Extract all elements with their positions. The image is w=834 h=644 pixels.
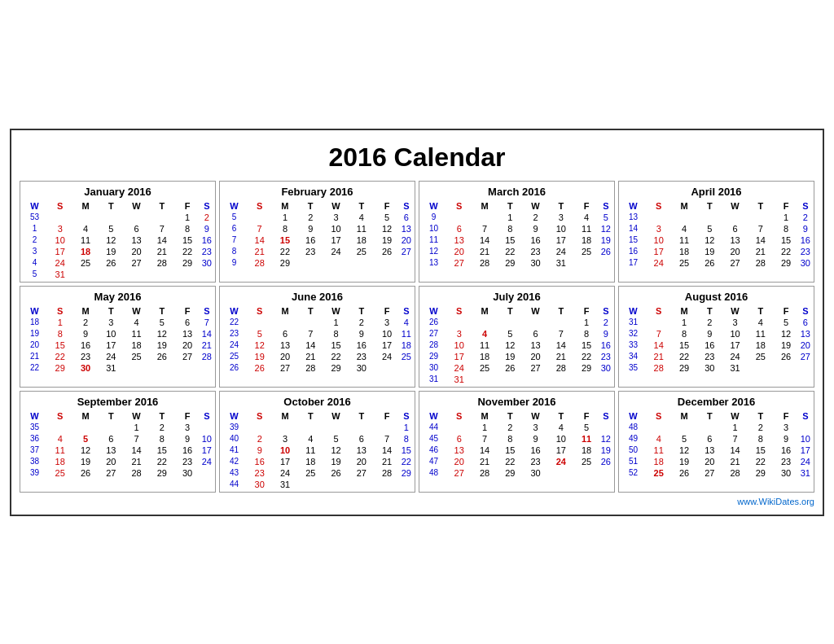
month-table: WSMTWTFS31123456327891011121333141516171… — [621, 305, 812, 374]
column-header: S — [599, 305, 612, 317]
calendar-cell: 11 — [573, 433, 599, 445]
column-header: W — [722, 410, 748, 422]
column-header: T — [548, 200, 573, 212]
calendar-cell: 21 — [22, 351, 47, 362]
calendar-cell: 25 — [748, 351, 773, 362]
calendar-cell: 13 — [523, 340, 548, 351]
calendar-cell: 15 — [748, 445, 773, 456]
month-block: May 2016WSMTWTFS181234567198910111213142… — [20, 286, 216, 388]
column-header: F — [573, 305, 599, 317]
calendar-cell: 11 — [748, 328, 773, 340]
calendar-cell: 14 — [124, 445, 149, 456]
calendar-cell: 8 — [400, 433, 413, 445]
calendar-cell: 10 — [446, 340, 472, 351]
column-header: W — [124, 200, 149, 212]
calendar-cell: 1 — [174, 212, 200, 223]
calendar-cell: 46 — [421, 445, 446, 456]
calendar-cell: 21 — [646, 351, 671, 362]
calendar-cell: 25 — [400, 351, 413, 362]
calendar-cell: 30 — [247, 479, 272, 490]
calendar-cell: 6 — [799, 317, 812, 328]
column-header: W — [222, 305, 247, 317]
calendar-cell: 24 — [446, 362, 472, 374]
column-header: S — [200, 305, 213, 317]
calendar-cell: 21 — [124, 456, 149, 467]
calendar-cell: 2 — [748, 422, 773, 433]
calendar-cell — [298, 257, 323, 269]
month-table: WSMTWTFS44123454567891011124613141516171… — [421, 410, 612, 479]
calendar-cell: 17 — [621, 257, 646, 269]
calendar-cell: 6 — [722, 223, 748, 234]
calendar-cell: 14 — [646, 340, 671, 351]
calendar-cell: 27 — [722, 257, 748, 269]
calendar-cell: 1 — [498, 212, 523, 223]
calendar-cell: 17 — [47, 246, 72, 257]
column-header: S — [47, 410, 72, 422]
calendar-cell: 5 — [697, 223, 722, 234]
calendar-cell: 27 — [99, 467, 124, 479]
column-header: M — [671, 305, 696, 317]
calendar-cell: 2 — [149, 422, 174, 433]
calendar-cell: 16 — [523, 445, 548, 456]
calendar-cell: 23 — [174, 456, 200, 467]
calendar-cell — [446, 422, 472, 433]
calendar-cell: 25 — [472, 362, 497, 374]
calendar-cell: 21 — [298, 351, 323, 362]
calendar-cell: 19 — [599, 234, 612, 246]
column-header: F — [174, 200, 200, 212]
column-header: T — [149, 305, 174, 317]
calendar-cell: 26 — [222, 362, 247, 374]
column-header: W — [722, 305, 748, 317]
calendar-cell: 35 — [621, 362, 646, 374]
calendar-cell: 45 — [421, 433, 446, 445]
calendar-cell — [646, 317, 671, 328]
calendar-cell: 41 — [222, 445, 247, 456]
calendar-cell: 1 — [671, 317, 696, 328]
calendar-cell: 2 — [200, 212, 213, 223]
calendar-cell: 5 — [72, 433, 98, 445]
calendar-cell — [548, 374, 573, 385]
calendar-cell: 19 — [247, 351, 272, 362]
calendar-cell: 13 — [174, 328, 200, 340]
calendar-cell: 9 — [523, 223, 548, 234]
month-block: June 2016WSMTWTFS22123423567891011241213… — [219, 286, 415, 388]
calendar-cell: 8 — [323, 328, 349, 340]
calendar-cell: 2 — [72, 317, 98, 328]
calendar-cell: 29 — [400, 467, 413, 479]
calendar-cell: 10 — [200, 433, 213, 445]
column-header: T — [697, 305, 722, 317]
calendar-cell: 28 — [748, 257, 773, 269]
column-header: T — [298, 410, 323, 422]
calendar-cell: 21 — [200, 340, 213, 351]
calendar-cell: 16 — [349, 340, 374, 351]
calendar-cell: 7 — [374, 433, 399, 445]
calendar-cell: 11 — [671, 234, 696, 246]
calendar-cell: 13 — [446, 234, 472, 246]
calendar-cell: 14 — [722, 445, 748, 456]
calendar-cell: 17 — [200, 445, 213, 456]
column-header: W — [421, 200, 446, 212]
month-table: WSMTWTFS35123364567891037111213141516173… — [22, 410, 213, 479]
calendar-cell: 23 — [247, 467, 272, 479]
calendar-cell — [298, 479, 323, 490]
calendar-cell: 3 — [646, 223, 671, 234]
calendar-cell — [99, 212, 124, 223]
calendar-cell: 28 — [646, 362, 671, 374]
calendar-cell — [400, 362, 413, 374]
calendar-cell: 18 — [573, 445, 599, 456]
calendar-cell: 30 — [697, 362, 722, 374]
column-header: M — [72, 305, 98, 317]
calendar-cell: 22 — [22, 362, 47, 374]
calendar-cell: 11 — [72, 234, 98, 246]
column-header: T — [748, 200, 773, 212]
column-header: T — [149, 200, 174, 212]
month-title: September 2016 — [22, 393, 213, 410]
calendar-cell: 18 — [472, 351, 497, 362]
calendar-cell — [498, 374, 523, 385]
calendar-cell — [47, 212, 72, 223]
calendar-cell: 31 — [272, 479, 297, 490]
calendar-cell: 26 — [599, 246, 612, 257]
calendar-cell: 4 — [400, 317, 413, 328]
calendar-cell: 28 — [548, 362, 573, 374]
calendar-cell: 4 — [646, 433, 671, 445]
